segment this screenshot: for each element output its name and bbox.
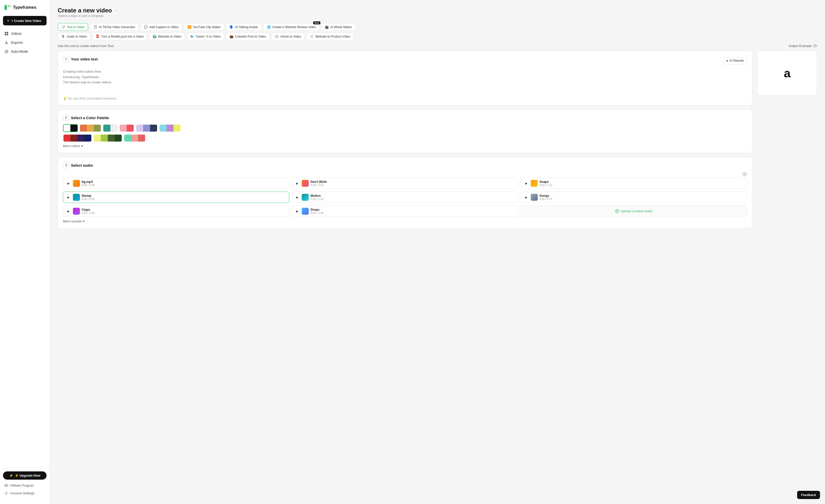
audio-thumbnail: [73, 208, 80, 215]
palette-pink[interactable]: [119, 124, 134, 132]
avatar-icon: 🗣️: [230, 25, 233, 29]
palette-yellow-green[interactable]: [93, 134, 122, 142]
movie-icon: 🎬: [325, 25, 329, 29]
sidebar-item-videos[interactable]: Videos: [2, 29, 48, 38]
sidebar-item-exports[interactable]: Exports: [2, 38, 48, 47]
color-palette-card: 2 Select a Color Palette: [58, 109, 752, 153]
tab-youtube-clip[interactable]: ▶️ YouTube Clip Maker: [184, 23, 224, 31]
audio-thumbnail: [302, 208, 309, 215]
swatch: [110, 124, 117, 132]
video-text-header: 1 Your video text ▾ AI Rewrite: [63, 56, 747, 65]
svg-point-9: [6, 493, 7, 494]
audio-upload-item[interactable]: Upload a custom audio: [521, 205, 747, 217]
tab-tiktok-generator[interactable]: 🎵 AI TikTok Video Generator: [90, 23, 139, 31]
play-button[interactable]: ▶: [524, 194, 529, 200]
tab-reddit-post[interactable]: 📮 Turn a Reddit post into a Video: [92, 32, 147, 40]
play-button[interactable]: ▶: [66, 208, 71, 214]
audio-info: bg.mp3 0:00 / 0:38: [82, 180, 287, 187]
more-options-button[interactable]: ···: [114, 8, 120, 13]
product-icon: 🛒: [310, 34, 314, 38]
tab-article-to-video[interactable]: 📰 Article to Video: [271, 32, 305, 40]
tab-website-review[interactable]: beta 🌐 Create A Website Review Video: [264, 23, 320, 31]
audio-item-snaps[interactable]: ▶ Snaps 0:00 / 1:12: [521, 178, 747, 189]
tab-talking-avatar[interactable]: 🗣️ AI Talking Avatar: [226, 23, 261, 31]
play-button[interactable]: ▶: [66, 194, 71, 200]
audio-item-gongs[interactable]: ▶ Gongs 0:00 / 0:47: [521, 191, 747, 203]
create-new-video-button[interactable]: ＋ + Create New Video: [3, 16, 47, 25]
tab-tweet-to-video[interactable]: 🐦 Tweet / X to Video: [187, 32, 224, 40]
sidebar-item-account[interactable]: Account Settings: [3, 489, 47, 497]
chevron-down-icon: ▾: [81, 144, 83, 148]
svg-rect-8: [6, 485, 8, 486]
more-sounds-button[interactable]: More sounds ▾: [63, 220, 85, 223]
output-preview-panel: a: [757, 51, 817, 95]
palette-warm[interactable]: [79, 124, 101, 132]
palette-lavender[interactable]: [136, 124, 158, 132]
globe-icon: 🌍: [153, 34, 157, 38]
audio-item-motion[interactable]: ▶ Motion 0:00 / 1:18: [292, 191, 518, 203]
palette-bw[interactable]: [63, 124, 78, 132]
output-example-link[interactable]: Output Example: [789, 44, 817, 48]
play-button[interactable]: ▶: [66, 181, 71, 186]
swatch: [70, 124, 77, 132]
tab-website-product[interactable]: 🛒 Website to Product Video: [306, 32, 354, 40]
svg-rect-7: [5, 485, 6, 486]
section-number-3: 3: [63, 162, 69, 168]
svg-rect-5: [7, 34, 8, 35]
swatch: [173, 124, 180, 132]
audio-item-drops[interactable]: ▶ Drops 0:00 / 1:46: [292, 205, 518, 217]
swatch: [115, 135, 122, 142]
svg-point-11: [815, 45, 816, 46]
audio-info: Don't Blink 0:00 / 0:52: [310, 180, 515, 187]
svg-rect-4: [5, 34, 6, 35]
sidebar-item-affiliate[interactable]: Affiliate Program: [3, 482, 47, 489]
beta-badge: beta: [313, 21, 320, 24]
feedback-button[interactable]: Feedback: [797, 491, 820, 499]
twitter-icon: 🐦: [190, 34, 194, 38]
palette-mint-salmon[interactable]: [124, 134, 146, 142]
linkedin-icon: 💼: [230, 34, 233, 38]
swatch: [138, 135, 145, 142]
tab-audio-to-video[interactable]: 🎙️ Audio to Video: [58, 32, 90, 40]
youtube-icon: ▶️: [188, 25, 192, 29]
reddit-icon: 📮: [96, 34, 99, 38]
tab-row-1: 📝 Text to Video 🎵 AI TikTok Video Genera…: [58, 23, 817, 31]
svg-point-6: [5, 50, 8, 53]
audio-item-dont-blink[interactable]: ▶ Don't Blink 0:00 / 0:52: [292, 178, 518, 189]
swatch: [160, 124, 166, 132]
more-colors-button[interactable]: More colors ▾: [63, 144, 83, 148]
swatch: [84, 135, 91, 142]
play-button[interactable]: ▶: [295, 181, 300, 186]
play-button[interactable]: ▶: [295, 208, 300, 214]
tab-add-caption[interactable]: 💬 Add Caption to Video: [140, 23, 182, 31]
swatch: [150, 124, 157, 132]
tab-movie-maker[interactable]: 🎬 AI Movie Maker: [321, 23, 356, 31]
play-button[interactable]: ▶: [524, 181, 529, 186]
sidebar-item-auto-mode[interactable]: Auto-Mode: [2, 47, 48, 56]
video-text-input[interactable]: [63, 69, 747, 94]
palette-red-dark[interactable]: [63, 134, 92, 142]
tab-linkedin-post[interactable]: 💼 LinkedIn Post to Video: [226, 32, 270, 40]
play-button[interactable]: ▶: [295, 194, 300, 200]
right-column: a: [757, 51, 817, 232]
upgrade-now-button[interactable]: ⚡ ⚡ Upgrade Now: [3, 472, 47, 480]
tab-row-2: 🎙️ Audio to Video 📮 Turn a Reddit post i…: [58, 32, 817, 40]
swatch: [64, 135, 70, 142]
swatch: [64, 124, 70, 132]
tab-website-to-video[interactable]: 🌍 Website to Video: [149, 32, 185, 40]
audio-collapse-button[interactable]: −: [742, 172, 747, 177]
audio-thumbnail: [73, 180, 80, 187]
audio-thumbnail: [73, 194, 80, 201]
audio-item-bg-mp3[interactable]: ▶ bg.mp3 0:00 / 0:38: [63, 178, 289, 189]
audio-thumbnail: [302, 194, 309, 201]
palette-teal[interactable]: [103, 124, 118, 132]
palette-mint-purple[interactable]: [159, 124, 181, 132]
audio-item-claps[interactable]: ▶ Claps 0:00 / 1:30: [63, 205, 289, 217]
audio-info: Drops 0:00 / 1:46: [310, 208, 515, 215]
audio-card: 3 Select audio − ▶ bg.mp3 0:00 / 0:38: [58, 157, 752, 228]
audio-item-stomp[interactable]: ▶ Stomp 0:00 / 0:25: [63, 191, 289, 203]
ai-rewrite-button[interactable]: ▾ AI Rewrite: [723, 57, 747, 65]
tab-text-to-video[interactable]: 📝 Text to Video: [58, 23, 88, 31]
upload-icon: [615, 209, 619, 213]
swatch: [70, 135, 77, 142]
